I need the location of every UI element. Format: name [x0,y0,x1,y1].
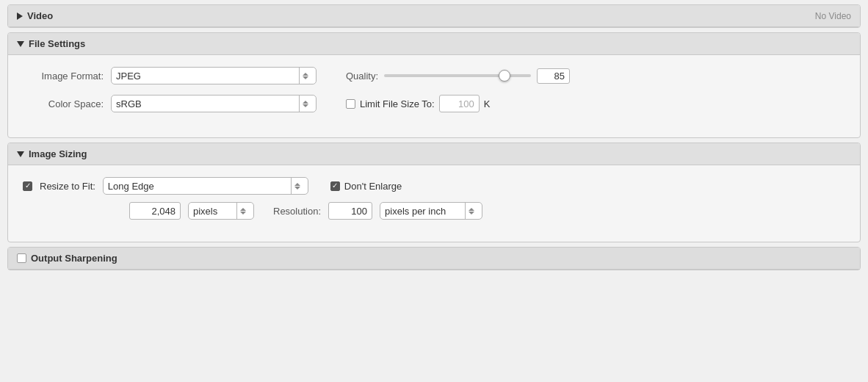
arrow-up-icon [294,183,300,186]
size-value-input[interactable] [129,202,181,220]
file-settings-panel: File Settings Image Format: JPEG Quality… [7,32,861,138]
video-panel-title: Video [27,10,53,21]
resize-to-fit-value: Long Edge [108,181,291,192]
image-sizing-panel-title: Image Sizing [29,148,87,159]
color-space-value: sRGB [116,98,299,109]
limit-file-size-checkbox[interactable] [346,99,355,109]
image-format-row: Image Format: JPEG Quality: 85 [23,67,845,84]
image-sizing-panel-header[interactable]: Image Sizing [8,143,860,165]
limit-file-size-input[interactable] [439,95,480,112]
dont-enlarge-section: Don't Enlarge [330,181,402,192]
image-format-arrows[interactable] [299,68,311,84]
arrow-up-icon [240,208,246,211]
image-format-select[interactable]: JPEG [111,67,317,84]
output-sharpening-title: Output Sharpening [31,253,117,264]
quality-slider[interactable] [384,74,531,77]
file-settings-panel-header-left: File Settings [17,38,85,49]
size-unit-value: pixels [193,206,236,217]
limit-file-size-unit: K [484,98,491,109]
arrow-down-icon [303,76,308,79]
resolution-unit-value: pixels per inch [385,206,465,217]
output-sharpening-checkbox[interactable] [17,253,26,263]
file-settings-panel-title: File Settings [29,38,85,49]
arrow-up-icon [303,73,308,76]
color-space-arrows[interactable] [299,96,311,112]
size-value-row: pixels Resolution: pixels per inch [129,202,845,220]
arrow-down-icon [303,104,308,107]
color-space-select[interactable]: sRGB [111,95,317,112]
video-panel-header-left: Video [17,10,53,21]
output-sharpening-panel: Output Sharpening [7,247,861,270]
image-sizing-panel: Image Sizing Resize to Fit: Long Edge Do… [7,143,861,242]
quality-section: Quality: 85 [346,68,570,84]
file-settings-panel-header[interactable]: File Settings [8,33,860,55]
file-settings-collapse-icon [17,41,24,47]
quality-label: Quality: [346,71,378,82]
image-sizing-panel-header-left: Image Sizing [17,148,87,159]
resize-to-fit-label: Resize to Fit: [40,181,95,192]
quality-value[interactable]: 85 [537,68,570,84]
resolution-unit-arrows[interactable] [465,203,477,219]
limit-file-size-section: Limit File Size To: K [346,95,490,112]
video-status: No Video [815,11,851,21]
resolution-value-input[interactable] [328,202,372,220]
size-unit-arrows[interactable] [236,203,249,219]
dont-enlarge-checkbox[interactable] [330,181,340,191]
resolution-unit-select[interactable]: pixels per inch [380,202,482,220]
video-expand-icon [17,12,23,20]
arrow-down-icon [294,187,300,190]
resize-to-fit-row: Resize to Fit: Long Edge Don't Enlarge [23,177,845,195]
arrow-up-icon [469,208,474,211]
file-settings-body: Image Format: JPEG Quality: 85 Color Spa… [8,55,860,137]
size-unit-select[interactable]: pixels [188,202,254,220]
arrow-down-icon [469,212,474,215]
image-format-label: Image Format: [23,71,104,82]
resolution-label: Resolution: [273,206,321,217]
output-sharpening-panel-header[interactable]: Output Sharpening [8,248,860,270]
image-sizing-collapse-icon [17,151,24,157]
image-format-value: JPEG [116,71,299,82]
resize-to-fit-checkbox[interactable] [23,181,32,191]
dont-enlarge-label: Don't Enlarge [344,181,402,192]
limit-file-size-label: Limit File Size To: [360,98,435,109]
image-sizing-body: Resize to Fit: Long Edge Don't Enlarge p… [8,165,860,242]
color-space-label: Color Space: [23,98,104,109]
arrow-down-icon [240,212,246,215]
color-space-row: Color Space: sRGB Limit File Size To: K [23,95,845,112]
quality-slider-container [384,74,531,77]
resize-to-fit-select[interactable]: Long Edge [103,177,308,195]
arrow-up-icon [303,101,308,104]
video-panel-header[interactable]: Video No Video [8,5,860,27]
resize-to-fit-arrows[interactable] [291,178,303,194]
video-panel: Video No Video [7,4,861,28]
